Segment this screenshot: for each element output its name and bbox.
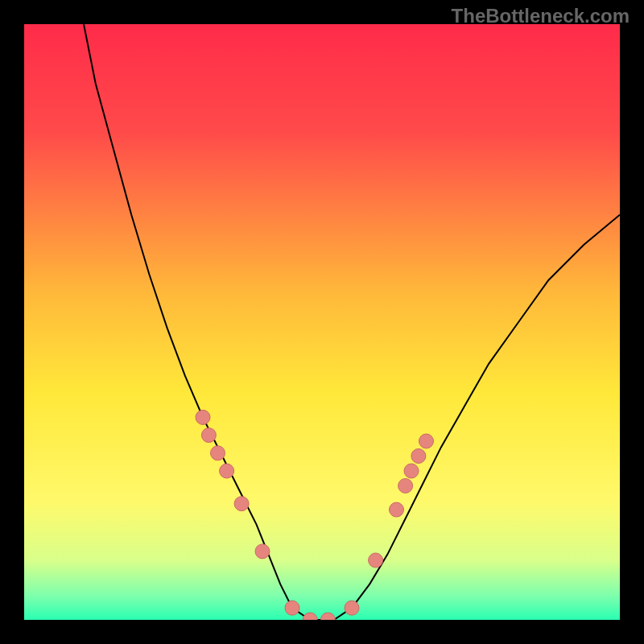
data-dot bbox=[220, 464, 234, 478]
data-dot bbox=[201, 428, 216, 443]
data-dot bbox=[255, 544, 270, 559]
data-dot bbox=[345, 601, 359, 615]
data-dot bbox=[390, 502, 404, 517]
data-dot bbox=[369, 553, 383, 568]
watermark-text: TheBottleneck.com bbox=[452, 5, 630, 27]
chart-container: TheBottleneck.com bbox=[0, 0, 644, 644]
data-dot bbox=[285, 601, 299, 615]
data-dot bbox=[320, 613, 335, 620]
data-dot bbox=[404, 464, 419, 478]
data-dot bbox=[419, 434, 434, 448]
plot-area bbox=[24, 24, 620, 620]
data-dot bbox=[196, 410, 210, 424]
data-dot bbox=[234, 497, 249, 511]
data-dots bbox=[24, 24, 620, 620]
data-dot bbox=[398, 479, 413, 493]
data-dot bbox=[211, 446, 225, 460]
data-dot bbox=[303, 613, 317, 620]
data-dot bbox=[411, 449, 426, 464]
